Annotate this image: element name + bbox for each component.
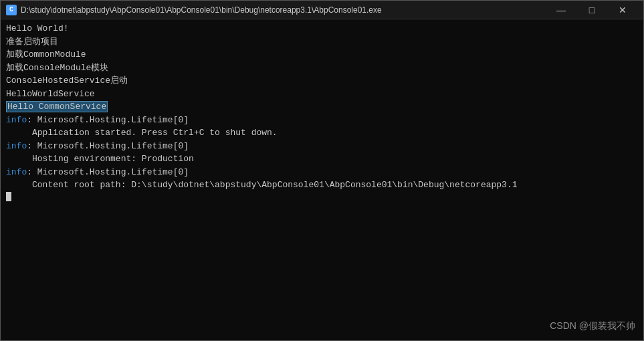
console-window: C D:\study\dotnet\abpstudy\AbpConsole01\… bbox=[0, 0, 644, 341]
cursor bbox=[6, 192, 11, 201]
console-line: HelloWorldService bbox=[6, 88, 638, 101]
title-bar: C D:\study\dotnet\abpstudy\AbpConsole01\… bbox=[1, 1, 643, 19]
minimize-button[interactable]: — bbox=[546, 1, 576, 19]
console-info-line: info: Microsoft.Hosting.Lifetime[0] bbox=[6, 140, 638, 153]
title-bar-text: D:\study\dotnet\abpstudy\AbpConsole01\Ab… bbox=[21, 5, 546, 15]
console-line: Application started. Press Ctrl+C to shu… bbox=[6, 126, 638, 140]
close-button[interactable]: ✕ bbox=[607, 1, 638, 19]
console-line: ConsoleHostedService启动 bbox=[6, 74, 638, 88]
console-info-line: info: Microsoft.Hosting.Lifetime[0] bbox=[6, 114, 638, 127]
info-label: info bbox=[6, 115, 27, 125]
console-highlighted-line: Hello CommonService bbox=[6, 100, 638, 114]
info-label: info bbox=[6, 167, 27, 177]
app-icon: C bbox=[6, 5, 17, 15]
console-line: Hosting environment: Production bbox=[6, 152, 638, 166]
info-label: info bbox=[6, 141, 27, 151]
console-line: 准备启动项目 bbox=[6, 35, 638, 49]
console-line: Content root path: D:\study\dotnet\abpst… bbox=[6, 179, 638, 192]
console-line: 加载ConsoleModule模块 bbox=[6, 62, 638, 75]
console-line: 加载CommonModule bbox=[6, 48, 638, 62]
maximize-button[interactable]: □ bbox=[576, 1, 607, 19]
console-line: Hello World! bbox=[6, 22, 638, 35]
highlighted-text: Hello CommonService bbox=[6, 101, 108, 112]
console-body: Hello World! 准备启动项目 加载CommonModule 加载Con… bbox=[1, 19, 643, 340]
console-info-line: info: Microsoft.Hosting.Lifetime[0] bbox=[6, 166, 638, 179]
cursor-line bbox=[6, 192, 638, 201]
watermark: CSDN @假装我不帅 bbox=[550, 320, 635, 332]
window-controls: — □ ✕ bbox=[546, 1, 638, 19]
